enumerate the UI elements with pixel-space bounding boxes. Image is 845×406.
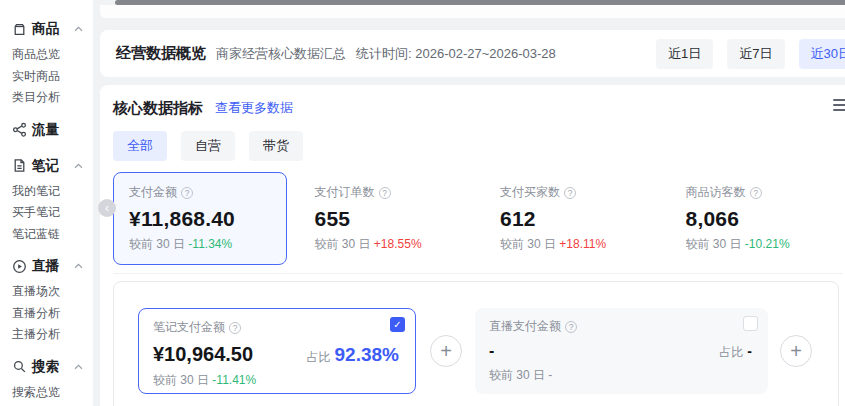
metric-label: 商品访客数 xyxy=(686,184,746,201)
search-icon xyxy=(12,359,27,374)
sidebar-group-live: 直播 直播场次 直播分析 主播分析 xyxy=(12,251,93,346)
tab-self-operated[interactable]: 自营 xyxy=(181,131,235,161)
share-value: - xyxy=(747,343,752,359)
metric-label: 支付买家数 xyxy=(500,184,560,201)
compare-prefix: 较前 30 日 xyxy=(153,373,209,387)
delta-value: +18.11% xyxy=(559,237,606,251)
note-icon xyxy=(12,158,27,173)
package-icon xyxy=(12,22,27,37)
share-value: 92.38% xyxy=(335,344,399,366)
chevron-up-icon[interactable] xyxy=(74,263,83,269)
help-icon[interactable]: ? xyxy=(181,187,193,199)
compare-prefix: 较前 30 日 xyxy=(686,237,742,251)
help-icon[interactable]: ? xyxy=(750,187,762,199)
metric-delta-row: 较前 30 日 -11.34% xyxy=(129,236,271,253)
section-title: 核心数据指标 xyxy=(113,99,203,118)
breakdown-label-row: 直播支付金额 ? xyxy=(489,318,754,335)
sidebar-section-notes[interactable]: 笔记 xyxy=(12,151,93,181)
sidebar-section-label: 商品 xyxy=(32,20,59,38)
sidebar-item-live-analysis[interactable]: 直播分析 xyxy=(12,303,93,325)
compare-prefix: 较前 30 日 xyxy=(315,237,371,251)
metric-card-payment-buyers[interactable]: 支付买家数 ? 612 较前 30 日 +18.11% xyxy=(484,172,658,265)
stat-time-label: 统计时间: 2026-02-27~2026-03-28 xyxy=(356,45,556,63)
metric-label-row: 支付买家数 ? xyxy=(500,184,642,201)
breakdown-card-note-payment[interactable]: ✓ 笔记支付金额 ? ¥10,964.50 占比 92.38% 较前 30 日 xyxy=(138,308,416,394)
traffic-share-icon xyxy=(12,122,27,137)
checkbox-unchecked-icon[interactable] xyxy=(743,316,758,331)
range-7d-button[interactable]: 近7日 xyxy=(727,39,784,69)
help-icon[interactable]: ? xyxy=(565,321,577,333)
compare-prefix: 较前 30 日 xyxy=(489,368,545,382)
breakdown-value-row: ¥10,964.50 占比 92.38% xyxy=(153,343,401,366)
breakdown-delta-row: 较前 30 日 - xyxy=(489,367,754,384)
sidebar-section-search[interactable]: 搜索 xyxy=(12,352,93,382)
breakdown-label: 笔记支付金额 xyxy=(153,319,225,336)
chevron-up-icon[interactable] xyxy=(74,364,83,370)
metric-cards-row: 支付金额 ? ¥11,868.40 较前 30 日 -11.34% 支付订单数 … xyxy=(113,172,843,265)
help-icon[interactable]: ? xyxy=(229,322,241,334)
live-icon xyxy=(12,259,27,274)
sidebar-section-label: 搜索 xyxy=(32,358,59,376)
delta-value: -10.21% xyxy=(745,237,790,251)
metric-delta-row: 较前 30 日 +18.11% xyxy=(500,236,642,253)
cards-prev-arrow[interactable]: ‹ xyxy=(98,199,116,217)
sidebar-item-live-sessions[interactable]: 直播场次 xyxy=(12,281,93,303)
sidebar-item-category-analysis[interactable]: 类目分析 xyxy=(12,87,93,109)
list-menu-icon[interactable] xyxy=(833,99,845,111)
tab-affiliate[interactable]: 带货 xyxy=(249,131,303,161)
metric-delta-row: 较前 30 日 +18.55% xyxy=(315,236,457,253)
tab-all[interactable]: 全部 xyxy=(113,131,167,161)
sidebar-section-live[interactable]: 直播 xyxy=(12,251,93,281)
sidebar-section-label: 流量 xyxy=(32,121,59,139)
sidebar-item-buyer-notes[interactable]: 买手笔记 xyxy=(12,202,93,224)
delta-value: -11.34% xyxy=(188,237,232,251)
help-icon[interactable]: ? xyxy=(564,187,576,199)
metric-delta-row: 较前 30 日 -10.21% xyxy=(686,236,828,253)
metric-label-row: 商品访客数 ? xyxy=(686,184,828,201)
metric-card-product-visitors[interactable]: 商品访客数 ? 8,066 较前 30 日 -10.21% xyxy=(670,172,844,265)
section-divider xyxy=(113,273,843,274)
sidebar-item-product-overview[interactable]: 商品总览 xyxy=(12,44,93,66)
sidebar: 商品 商品总览 实时商品 类目分析 流量 笔记 xyxy=(0,0,93,406)
breakdown-card-live-payment[interactable]: 直播支付金额 ? - 占比 - 较前 30 日 - xyxy=(475,308,768,394)
sidebar-item-search-overview[interactable]: 搜索总览 xyxy=(12,382,93,404)
sidebar-item-my-notes[interactable]: 我的笔记 xyxy=(12,181,93,203)
range-30d-button[interactable]: 近30日 xyxy=(799,39,845,69)
app-window: 商品 商品总览 实时商品 类目分析 流量 笔记 xyxy=(0,0,845,406)
page-title: 经营数据概览 xyxy=(116,44,206,63)
delta-value: +18.55% xyxy=(374,237,422,251)
sidebar-section-label: 笔记 xyxy=(32,157,59,175)
chevron-up-icon[interactable] xyxy=(74,26,83,32)
checkbox-checked-icon[interactable]: ✓ xyxy=(390,317,405,332)
share-group: 占比 - xyxy=(719,343,754,361)
metric-card-payment-amount[interactable]: 支付金额 ? ¥11,868.40 较前 30 日 -11.34% xyxy=(113,172,287,265)
core-metrics-panel: 核心数据指标 查看更多数据 全部 自营 带货 支付金额 ? ¥11,868.40… xyxy=(100,85,845,406)
date-range-buttons: 近1日 近7日 近30日 xyxy=(656,39,845,69)
compare-prefix: 较前 30 日 xyxy=(500,237,556,251)
breakdown-delta-row: 较前 30 日 -11.41% xyxy=(153,372,401,389)
sidebar-section-traffic[interactable]: 流量 xyxy=(12,115,93,145)
sidebar-group-notes: 笔记 我的笔记 买手笔记 笔记蓝链 xyxy=(12,151,93,246)
breakdown-value: - xyxy=(489,342,494,360)
add-metric-button[interactable]: + xyxy=(430,335,462,367)
metric-card-payment-orders[interactable]: 支付订单数 ? 655 较前 30 日 +18.55% xyxy=(299,172,473,265)
chevron-up-icon[interactable] xyxy=(74,163,83,169)
share-label: 占比 xyxy=(719,344,743,361)
sidebar-item-realtime-products[interactable]: 实时商品 xyxy=(12,66,93,88)
compare-prefix: 较前 30 日 xyxy=(129,237,185,251)
view-more-data-link[interactable]: 查看更多数据 xyxy=(215,99,293,117)
breakdown-value: ¥10,964.50 xyxy=(153,343,253,366)
breakdown-container: ✓ 笔记支付金额 ? ¥10,964.50 占比 92.38% 较前 30 日 xyxy=(113,281,839,406)
help-icon[interactable]: ? xyxy=(379,187,391,199)
sidebar-item-note-bluelink[interactable]: 笔记蓝链 xyxy=(12,224,93,246)
range-1d-button[interactable]: 近1日 xyxy=(656,39,713,69)
section-header-row: 核心数据指标 查看更多数据 xyxy=(113,97,845,119)
sidebar-item-host-analysis[interactable]: 主播分析 xyxy=(12,324,93,346)
delta-value: -11.41% xyxy=(212,373,256,387)
sidebar-section-products[interactable]: 商品 xyxy=(12,14,93,44)
sidebar-group-search: 搜索 搜索总览 引流搜索词 xyxy=(12,352,93,406)
delta-value: - xyxy=(548,368,552,382)
sidebar-group-traffic: 流量 xyxy=(12,115,93,145)
add-metric-button[interactable]: + xyxy=(780,335,812,367)
breakdown-value-row: - 占比 - xyxy=(489,342,754,361)
